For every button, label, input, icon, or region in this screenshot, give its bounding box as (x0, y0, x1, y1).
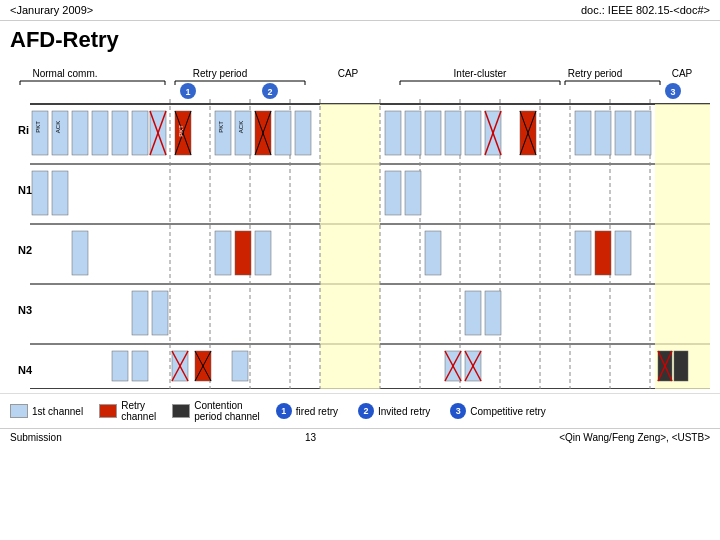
svg-text:Normal comm.: Normal comm. (32, 68, 97, 79)
legend-retry: Retrychannel (99, 400, 156, 422)
competitive-retry-item: 3 Competitive retry (450, 403, 546, 419)
header: <Janurary 2009> doc.: IEEE 802.15-<doc#> (0, 0, 720, 21)
page-title: AFD-Retry (0, 21, 720, 57)
svg-rect-97 (615, 231, 631, 275)
svg-text:ACK: ACK (238, 121, 244, 133)
svg-text:Retry period: Retry period (193, 68, 247, 79)
svg-rect-91 (215, 231, 231, 275)
channel1-label: 1st channel (32, 406, 83, 417)
svg-rect-72 (405, 111, 421, 155)
svg-text:CAP: CAP (338, 68, 359, 79)
svg-text:Inter-cluster: Inter-cluster (454, 68, 507, 79)
footer-center: 13 (62, 432, 559, 443)
svg-rect-87 (52, 171, 68, 215)
diagram-area: Normal comm. Retry period CAP Inter-clus… (0, 57, 720, 391)
svg-rect-83 (595, 111, 611, 155)
svg-rect-70 (295, 111, 311, 155)
svg-text:N2: N2 (18, 244, 32, 256)
svg-text:PKT: PKT (35, 121, 41, 133)
svg-rect-86 (32, 171, 48, 215)
svg-text:N4: N4 (18, 364, 33, 376)
svg-rect-56 (112, 111, 128, 155)
svg-rect-85 (635, 111, 651, 155)
invited-retry-label: Invited retry (378, 406, 430, 417)
retry-label: Retrychannel (121, 400, 156, 422)
svg-rect-96 (595, 231, 611, 275)
svg-rect-102 (112, 351, 128, 381)
channel1-swatch (10, 404, 28, 418)
legend: 1st channel Retrychannel Contentionperio… (0, 393, 720, 428)
svg-text:PKT: PKT (178, 125, 184, 137)
svg-rect-118 (674, 351, 688, 381)
circle-3: 3 (450, 403, 466, 419)
svg-text:N1: N1 (18, 184, 32, 196)
svg-rect-74 (445, 111, 461, 155)
svg-rect-98 (132, 291, 148, 335)
svg-rect-71 (385, 111, 401, 155)
footer-right: <Qin Wang/Feng Zeng>, <USTB> (559, 432, 710, 443)
svg-rect-92 (235, 231, 251, 275)
footer-left: Submission (10, 432, 62, 443)
svg-rect-35 (320, 104, 380, 389)
svg-rect-69 (275, 111, 291, 155)
contention-swatch (172, 404, 190, 418)
svg-rect-84 (615, 111, 631, 155)
competitive-retry-label: Competitive retry (470, 406, 546, 417)
svg-rect-90 (72, 231, 88, 275)
svg-text:PKT: PKT (218, 121, 224, 133)
svg-rect-36 (655, 104, 710, 389)
svg-text:Retry period: Retry period (568, 68, 622, 79)
svg-rect-95 (575, 231, 591, 275)
main-diagram: Normal comm. Retry period CAP Inter-clus… (10, 59, 710, 389)
svg-rect-94 (425, 231, 441, 275)
svg-rect-55 (92, 111, 108, 155)
svg-text:3: 3 (670, 87, 675, 97)
header-left: <Janurary 2009> (10, 4, 93, 16)
invited-retry-item: 2 Invited retry (358, 403, 430, 419)
svg-rect-103 (132, 351, 148, 381)
svg-rect-100 (465, 291, 481, 335)
svg-rect-89 (405, 171, 421, 215)
fired-retry-label: fired retry (296, 406, 338, 417)
svg-rect-88 (385, 171, 401, 215)
header-right: doc.: IEEE 802.15-<doc#> (581, 4, 710, 16)
legend-circles: 1 fired retry 2 Invited retry 3 Competit… (276, 403, 546, 419)
fired-retry-item: 1 fired retry (276, 403, 338, 419)
svg-text:Ri: Ri (18, 124, 29, 136)
circle-2: 2 (358, 403, 374, 419)
svg-rect-93 (255, 231, 271, 275)
svg-text:1: 1 (185, 87, 190, 97)
svg-text:ACK: ACK (55, 121, 61, 133)
svg-text:CAP: CAP (672, 68, 693, 79)
svg-rect-110 (232, 351, 248, 381)
svg-text:2: 2 (267, 87, 272, 97)
svg-rect-57 (132, 111, 148, 155)
retry-swatch (99, 404, 117, 418)
svg-rect-75 (465, 111, 481, 155)
svg-rect-54 (72, 111, 88, 155)
svg-rect-101 (485, 291, 501, 335)
footer: Submission 13 <Qin Wang/Feng Zeng>, <UST… (0, 428, 720, 446)
svg-rect-82 (575, 111, 591, 155)
contention-label: Contentionperiod channel (194, 400, 260, 422)
legend-contention: Contentionperiod channel (172, 400, 260, 422)
svg-rect-73 (425, 111, 441, 155)
svg-text:N3: N3 (18, 304, 32, 316)
legend-channel1: 1st channel (10, 404, 83, 418)
circle-1: 1 (276, 403, 292, 419)
svg-rect-99 (152, 291, 168, 335)
